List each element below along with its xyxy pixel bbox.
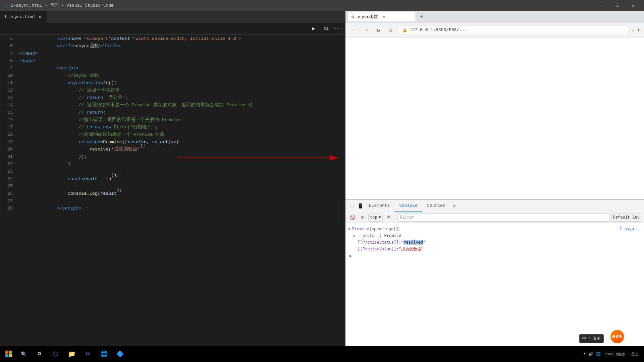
- tab-sources[interactable]: Sources: [422, 200, 450, 212]
- promise-status-colon: :: [399, 240, 401, 245]
- start-button[interactable]: [3, 348, 15, 360]
- ime-fullwidth: 圆全: [593, 336, 601, 342]
- line-numbers: 5 6 7 8 9 10 11 12 13 14 15 16 17 18 19 …: [0, 35, 16, 362]
- title-bar-left: ⬡ 1-async.html - 代码 - Visual Studio Code: [3, 2, 114, 9]
- promise-toggle[interactable]: ▼: [348, 227, 352, 231]
- code-line-5: <meta name="viewport" content="width=dev…: [19, 35, 345, 43]
- code-editor: 5 6 7 8 9 10 11 12 13 14 15 16 17 18 19 …: [0, 35, 345, 362]
- tab-console[interactable]: Console: [394, 200, 422, 212]
- taskview-button[interactable]: ⧉: [32, 347, 47, 361]
- maximize-button[interactable]: □: [610, 0, 625, 11]
- code-line-28: </script>: [19, 205, 345, 212]
- svg-rect-4: [5, 354, 8, 357]
- home-button[interactable]: ⌂: [386, 25, 395, 35]
- expand-row[interactable]: ▶: [348, 252, 641, 259]
- browser-panel: ⚙ async函数 ✕ + ← → ↻ ⌂ 🔒 127.0.0.1:5500/E…: [345, 11, 644, 362]
- sogou-ime-icon[interactable]: 商硅谷: [610, 330, 624, 343]
- context-selector[interactable]: top ▼: [368, 214, 383, 222]
- proto-value: : Promise: [379, 233, 401, 238]
- minimize-button[interactable]: ─: [594, 0, 610, 11]
- proto-row: ▶ __proto__ : Promise: [348, 232, 641, 239]
- code-line-8: <body>: [19, 57, 345, 65]
- taskbar-chrome[interactable]: 🌐: [97, 347, 111, 361]
- browser-content-area: [345, 38, 644, 199]
- promise-value-key: [[PromiseValue]]: [358, 247, 396, 251]
- browser-tab-close-icon[interactable]: ✕: [383, 14, 385, 19]
- code-line-10: //async 函数: [19, 72, 345, 79]
- reload-button[interactable]: ↻: [374, 25, 383, 35]
- browser-tab-title: async函数: [356, 14, 378, 20]
- code-line-27: [19, 197, 345, 205]
- promise-value-colon: :: [396, 247, 399, 251]
- url-text: 127.0.0.1:5500/ES8/...: [410, 27, 467, 33]
- split-editor-button[interactable]: ⧉: [321, 24, 330, 33]
- tab-close-icon[interactable]: ✕: [38, 14, 43, 19]
- tab-elements[interactable]: Elements: [364, 200, 394, 212]
- run-button[interactable]: ▶: [309, 24, 318, 33]
- more-actions-button[interactable]: ···: [333, 24, 342, 33]
- window-title: 1-async.html - 代码 - Visual Studio Code: [11, 2, 114, 8]
- editor-area: 1-async.html ✕ ▶ ⧉ ··· 5 6 7 8 9 10 11 1…: [0, 11, 345, 362]
- promise-filename[interactable]: 1-asyn...: [620, 227, 641, 231]
- clear-console-button[interactable]: 🚫: [348, 214, 356, 222]
- code-line-25: [19, 183, 345, 190]
- forward-button[interactable]: →: [362, 25, 371, 35]
- taskbar-files[interactable]: 📁: [64, 347, 79, 361]
- eye-button[interactable]: 👁: [385, 214, 393, 222]
- title-bar-controls: ─ □ ✕: [594, 0, 641, 11]
- close-button[interactable]: ✕: [625, 0, 641, 11]
- taskbar: 🔍 ⧉ ⬡ 📁 W 🌐 🔷 ∧ 🔊 🌐 CSDN @俊参 一星士: [0, 346, 644, 362]
- code-line-6: <title>async函数</title>: [19, 43, 345, 50]
- browser-tab-favicon: ⚙: [352, 14, 354, 20]
- csdn-label: CSDN @俊参 一星士: [605, 352, 639, 357]
- ime-chinese: 中: [582, 336, 586, 342]
- promise-status-value: "resolved": [401, 240, 425, 245]
- taskbar-tray-icons: ∧ 🔊 🌐: [583, 352, 601, 357]
- main-area: 1-async.html ✕ ▶ ⧉ ··· 5 6 7 8 9 10 11 1…: [0, 11, 644, 362]
- title-bar: ⬡ 1-async.html - 代码 - Visual Studio Code…: [0, 0, 644, 11]
- expand-icon: ▶: [350, 253, 352, 258]
- code-line-9: <script>: [19, 65, 345, 72]
- sogou-label: 商硅谷: [612, 334, 622, 339]
- promise-value-text: "成功的数据": [399, 246, 424, 252]
- promise-info-icon: ⓘ: [396, 227, 399, 232]
- code-line-23: [19, 168, 345, 175]
- promise-tree: ▼ Promise {<pending>} ⓘ 1-asyn... ▶ __pr…: [345, 224, 644, 260]
- code-line-26: console.log(result);: [19, 190, 345, 197]
- url-favicon: 🔒: [402, 27, 408, 33]
- svg-rect-2: [5, 351, 8, 354]
- svg-rect-5: [9, 354, 12, 357]
- ime-indicator[interactable]: 中 · 圆全: [579, 334, 604, 343]
- devtools-inspect-icon[interactable]: ⬚: [348, 202, 356, 210]
- back-button[interactable]: ←: [350, 25, 359, 35]
- new-tab-button[interactable]: +: [417, 12, 426, 21]
- taskbar-vscode[interactable]: ⬡: [48, 347, 63, 361]
- devtools-toolbar: 🚫 ⊘ top ▼ 👁 Filter Default lev: [345, 212, 644, 223]
- log-level-value: Default lev: [613, 215, 640, 220]
- taskbar-vscode2[interactable]: 🔷: [113, 347, 127, 361]
- taskbar-word[interactable]: W: [80, 347, 95, 361]
- devtools-device-icon[interactable]: 📱: [356, 202, 364, 210]
- filter-placeholder: Filter: [400, 215, 414, 220]
- code-content[interactable]: <meta name="viewport" content="width=dev…: [16, 35, 345, 362]
- tab-more[interactable]: »: [450, 203, 459, 209]
- context-value: top: [370, 215, 377, 220]
- devtools-tab-bar: ⬚ 📱 Elements Console Sources »: [345, 200, 644, 212]
- stop-recording-button[interactable]: ⊘: [358, 214, 366, 222]
- proto-toggle[interactable]: ▶: [354, 234, 358, 238]
- code-line-22: }: [19, 161, 345, 168]
- ime-dot: ·: [588, 336, 591, 342]
- editor-tab-async[interactable]: 1-async.html ✕: [0, 11, 47, 23]
- tab-label: 1-async.html: [4, 14, 36, 19]
- url-bar[interactable]: 🔒 127.0.0.1:5500/ES8/...: [398, 25, 629, 35]
- promise-status-key: [[PromiseStatus]]: [358, 240, 399, 245]
- browser-tab-async[interactable]: ⚙ async函数 ✕: [348, 12, 415, 21]
- promise-status-row: [[PromiseStatus]] : "resolved": [348, 239, 641, 246]
- promise-root-row: ▼ Promise {<pending>} ⓘ 1-asyn...: [348, 226, 641, 232]
- share-button[interactable]: ⬆: [637, 27, 640, 33]
- search-taskbar-button[interactable]: 🔍: [16, 347, 31, 361]
- promise-label: Promise: [352, 227, 369, 231]
- log-level-selector[interactable]: Default lev: [611, 214, 641, 222]
- bookmark-button[interactable]: ☆: [632, 27, 634, 33]
- filter-input[interactable]: Filter: [397, 214, 609, 222]
